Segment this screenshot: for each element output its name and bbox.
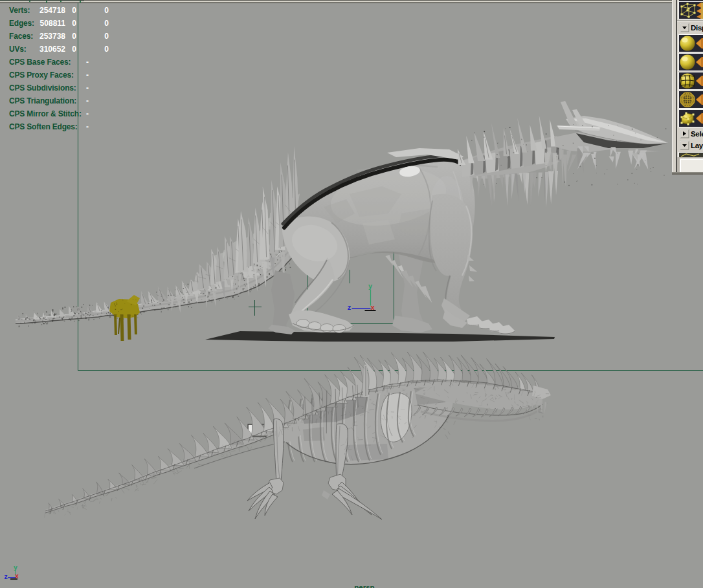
svg-text:0: 0 — [104, 45, 109, 54]
svg-text:CPS Proxy Faces:: CPS Proxy Faces: — [9, 71, 74, 80]
svg-text:-: - — [86, 83, 89, 93]
svg-text:0: 0 — [72, 19, 76, 28]
svg-text:508811: 508811 — [40, 19, 66, 28]
svg-text:0: 0 — [72, 6, 76, 15]
svg-text:254718: 254718 — [39, 6, 65, 15]
svg-text:-: - — [86, 71, 89, 80]
svg-text:Edges:: Edges: — [9, 19, 34, 28]
svg-text:0: 0 — [104, 6, 109, 15]
svg-text:y: y — [368, 282, 373, 290]
svg-text:0: 0 — [104, 32, 109, 41]
svg-text:x: x — [370, 303, 375, 311]
svg-text:-: - — [86, 109, 89, 118]
svg-text:0: 0 — [72, 32, 76, 41]
svg-text:z: z — [348, 303, 352, 311]
svg-text:-: - — [86, 122, 89, 131]
svg-text:253738: 253738 — [39, 32, 65, 41]
svg-text:CPS Mirror & Stitch:: CPS Mirror & Stitch: — [9, 109, 82, 118]
svg-text:CPS Soften Edges:: CPS Soften Edges: — [9, 122, 78, 131]
svg-text:CPS Base Faces:: CPS Base Faces: — [9, 58, 71, 67]
svg-text:Sele: Sele — [691, 130, 703, 138]
svg-text:0: 0 — [104, 19, 109, 28]
svg-text:310652: 310652 — [39, 45, 65, 54]
svg-text:persp: persp — [354, 583, 374, 588]
svg-text:Disp: Disp — [691, 24, 703, 32]
svg-text:y: y — [14, 563, 17, 571]
svg-text:z: z — [4, 572, 7, 580]
svg-text:Verts:: Verts: — [9, 6, 30, 15]
svg-text:Faces:: Faces: — [9, 32, 33, 41]
svg-text:Lay: Lay — [691, 142, 703, 149]
svg-text:UVs:: UVs: — [9, 45, 27, 54]
svg-text:CPS Subdivisions:: CPS Subdivisions: — [9, 83, 76, 93]
svg-text:-: - — [86, 58, 89, 67]
svg-text:CPS Triangulation:: CPS Triangulation: — [9, 96, 76, 105]
svg-text:-: - — [86, 96, 89, 105]
svg-text:x: x — [15, 572, 19, 580]
svg-text:0: 0 — [72, 45, 76, 54]
